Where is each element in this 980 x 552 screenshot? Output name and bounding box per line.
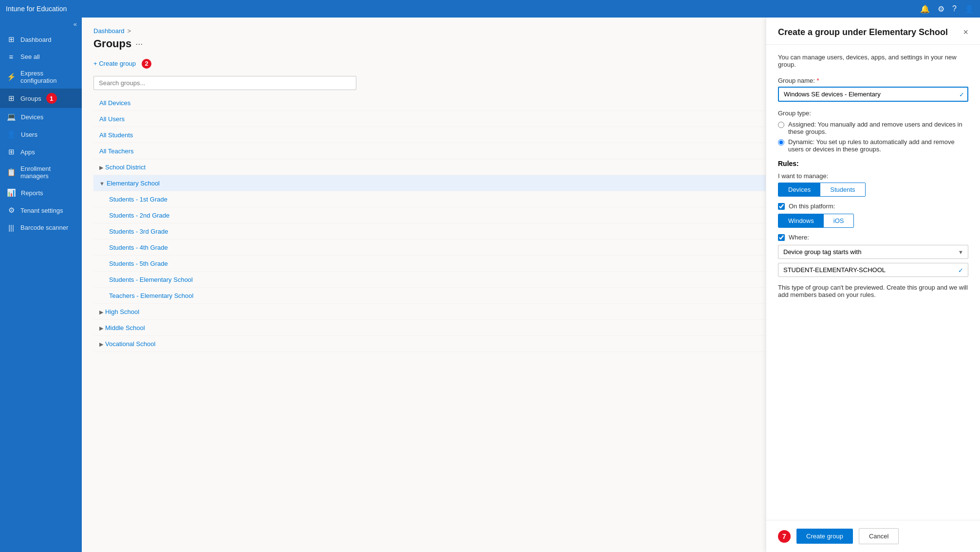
breadcrumb-dashboard[interactable]: Dashboard — [93, 27, 125, 35]
platform-section: On this platform: Windows iOS — [778, 202, 968, 228]
chevron-icon: ▼ — [99, 181, 105, 186]
topbar: Intune for Education 🔔 ⚙ ? 👤 — [0, 0, 980, 18]
toggle-windows-button[interactable]: Windows — [778, 214, 824, 227]
barcode-icon: ||| — [7, 223, 16, 232]
bell-icon[interactable]: 🔔 — [920, 4, 930, 14]
group-name-field: Group name: * ✓ — [778, 77, 968, 102]
panel-body: You can manage users, devices, apps, and… — [766, 45, 980, 520]
gear-icon[interactable]: ⚙ — [938, 4, 944, 14]
users-icon: 👤 — [7, 130, 16, 139]
groups-badge: 1 — [46, 93, 57, 104]
sidebar-item-express-config[interactable]: ⚡ Express configuration — [0, 65, 82, 89]
where-dropdown[interactable]: Device group tag starts with Device name… — [778, 245, 968, 259]
group-type-label: Group type: — [778, 110, 968, 117]
sidebar-item-see-all[interactable]: ≡ See all — [0, 48, 82, 65]
rules-section: Rules: I want to manage: Devices Student… — [778, 160, 968, 298]
sidebar-item-label: Express configuration — [20, 70, 75, 84]
sidebar-item-label: Apps — [20, 148, 35, 156]
express-icon: ⚡ — [7, 73, 16, 81]
group-type-radio-group: Assigned: You manually add and remove us… — [778, 121, 968, 153]
where-checkbox-row: Where: — [778, 234, 968, 241]
search-input[interactable] — [93, 76, 356, 90]
sidebar-item-label: Devices — [21, 113, 43, 121]
sidebar-item-label: Barcode scanner — [20, 224, 68, 231]
sidebar-item-label: Dashboard — [20, 36, 52, 43]
breadcrumb-separator: > — [128, 27, 131, 35]
chevron-icon: ▶ — [99, 165, 103, 170]
manage-label: I want to manage: — [778, 172, 968, 180]
enrollment-icon: 📋 — [7, 168, 16, 177]
required-indicator: * — [817, 77, 819, 84]
radio-dynamic-label: Dynamic: You set up rules to automatical… — [788, 138, 968, 153]
sidebar-item-users[interactable]: 👤 Users — [0, 126, 82, 143]
create-group-button[interactable]: + Create group — [93, 58, 136, 69]
cancel-button[interactable]: Cancel — [859, 528, 899, 544]
sidebar: « ⊞ Dashboard ≡ See all ⚡ Express config… — [0, 18, 82, 552]
chevron-icon: ▶ — [99, 325, 103, 331]
groups-icon: ⊞ — [7, 94, 16, 103]
sidebar-item-groups[interactable]: ⊞ Groups 1 — [0, 89, 82, 108]
sidebar-item-reports[interactable]: 📊 Reports — [0, 184, 82, 202]
manage-toggle-group: Devices Students — [778, 183, 866, 197]
user-icon[interactable]: 👤 — [964, 4, 974, 14]
app-title: Intune for Education — [6, 5, 67, 13]
radio-assigned-input[interactable] — [778, 122, 784, 128]
create-group-label: + Create group — [93, 60, 136, 67]
where-label: Where: — [789, 234, 809, 241]
input-check-icon: ✓ — [959, 91, 964, 98]
panel-header: Create a group under Elementary School × — [766, 18, 980, 45]
sidebar-item-devices[interactable]: 💻 Devices — [0, 108, 82, 126]
chevron-icon: ▶ — [99, 341, 103, 347]
where-value-input[interactable] — [778, 263, 968, 277]
page-more-button[interactable]: ··· — [135, 39, 143, 49]
sidebar-item-enrollment[interactable]: 📋 Enrollment managers — [0, 161, 82, 184]
rules-title: Rules: — [778, 160, 968, 167]
sidebar-collapse-button[interactable]: « — [0, 18, 82, 31]
radio-assigned-label: Assigned: You manually add and remove us… — [788, 121, 968, 135]
toggle-ios-button[interactable]: iOS — [824, 214, 854, 227]
platform-checkbox-row: On this platform: — [778, 202, 968, 210]
help-icon[interactable]: ? — [952, 4, 957, 14]
sidebar-item-label: Users — [21, 131, 37, 138]
sidebar-item-label: Tenant settings — [20, 207, 63, 214]
platform-checkbox[interactable] — [778, 203, 785, 210]
sidebar-item-tenant[interactable]: ⚙ Tenant settings — [0, 202, 82, 219]
step-badge-2: 2 — [142, 59, 151, 69]
chevron-icon: ▶ — [99, 309, 103, 315]
tenant-icon: ⚙ — [7, 206, 16, 215]
group-name-label: Group name: * — [778, 77, 968, 84]
step-badge-7: 7 — [778, 530, 791, 543]
sidebar-item-dashboard[interactable]: ⊞ Dashboard — [0, 31, 82, 48]
radio-dynamic-input[interactable] — [778, 139, 784, 146]
create-group-submit-button[interactable]: Create group — [796, 529, 853, 544]
where-value-wrapper: ✓ — [778, 263, 968, 277]
platform-label: On this platform: — [789, 202, 835, 210]
radio-assigned[interactable]: Assigned: You manually add and remove us… — [778, 121, 968, 135]
devices-icon: 💻 — [7, 112, 16, 121]
sidebar-item-label: Reports — [21, 189, 43, 197]
panel-close-button[interactable]: × — [963, 27, 968, 37]
preview-note: This type of group can't be previewed. C… — [778, 284, 968, 298]
sidebar-item-label: Groups — [20, 95, 41, 102]
sidebar-item-barcode[interactable]: ||| Barcode scanner — [0, 219, 82, 236]
topbar-actions: 🔔 ⚙ ? 👤 — [920, 4, 974, 14]
value-check-icon: ✓ — [958, 266, 963, 274]
toggle-students-button[interactable]: Students — [820, 183, 865, 196]
radio-dynamic[interactable]: Dynamic: You set up rules to automatical… — [778, 138, 968, 153]
right-panel: Create a group under Elementary School ×… — [766, 18, 980, 552]
list-icon: ≡ — [7, 53, 16, 61]
reports-icon: 📊 — [7, 188, 16, 197]
where-dropdown-wrapper: Device group tag starts with Device name… — [778, 245, 968, 259]
page-title: Groups — [93, 37, 131, 50]
panel-footer: 7 Create group Cancel — [766, 520, 980, 552]
panel-title: Create a group under Elementary School — [778, 27, 963, 37]
group-name-input[interactable] — [778, 87, 968, 102]
where-checkbox[interactable] — [778, 234, 785, 241]
sidebar-item-apps[interactable]: ⊞ Apps — [0, 143, 82, 161]
toggle-devices-button[interactable]: Devices — [778, 183, 820, 196]
where-section: Where: Device group tag starts with Devi… — [778, 234, 968, 277]
group-type-section: Group type: Assigned: You manually add a… — [778, 110, 968, 153]
sidebar-item-label: See all — [20, 53, 40, 60]
sidebar-item-label: Enrollment managers — [20, 165, 75, 180]
platform-toggle-group: Windows iOS — [778, 214, 854, 228]
